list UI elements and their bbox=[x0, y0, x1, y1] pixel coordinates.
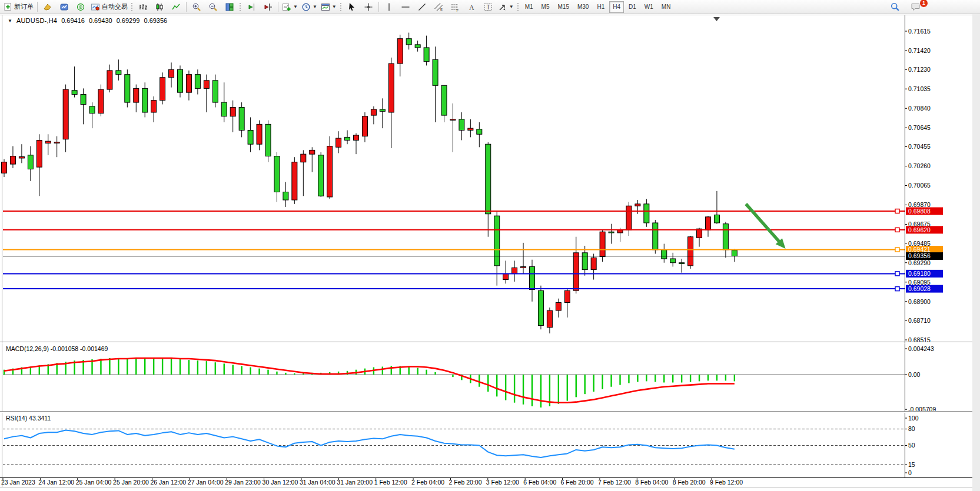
candle-body bbox=[635, 204, 640, 206]
timeframe-m15-button[interactable]: M15 bbox=[554, 1, 573, 13]
price-axis-label: 0.68710 bbox=[908, 317, 931, 324]
candle-body bbox=[450, 119, 456, 121]
notification-badge: 1 bbox=[919, 0, 928, 8]
tile-windows-button[interactable] bbox=[221, 1, 238, 14]
candle-body bbox=[63, 89, 68, 139]
fibonacci-tool-button[interactable]: F bbox=[447, 1, 463, 14]
candle-body bbox=[36, 140, 42, 167]
indicators-button[interactable]: ▼ bbox=[280, 1, 300, 14]
separator bbox=[378, 2, 379, 12]
candle-body bbox=[468, 128, 473, 130]
candle-body bbox=[670, 259, 676, 263]
line-handle[interactable] bbox=[895, 287, 899, 291]
candle-body bbox=[221, 102, 227, 116]
chart-shift-button[interactable] bbox=[260, 1, 276, 14]
macd-axis-label: -0.005709 bbox=[908, 406, 936, 413]
candlestick-mode-button[interactable] bbox=[151, 1, 168, 14]
candle-body bbox=[732, 250, 737, 256]
high-value: 0.69430 bbox=[89, 17, 112, 24]
channel-tool-button[interactable]: E bbox=[430, 1, 447, 14]
candle-body bbox=[530, 267, 535, 290]
auto-trading-label: 自动交易 bbox=[102, 2, 128, 11]
candle-body bbox=[441, 85, 447, 115]
timeframe-mn-button[interactable]: MN bbox=[658, 1, 675, 13]
arrow-tool-icon bbox=[498, 2, 507, 12]
candle-body bbox=[406, 39, 411, 45]
candle-body bbox=[591, 258, 596, 269]
candle-body bbox=[186, 75, 191, 92]
candle-body bbox=[714, 215, 719, 223]
line-handle[interactable] bbox=[895, 248, 899, 252]
timeframe-group: M1M5M15M30H1H4D1W1MN bbox=[521, 1, 675, 13]
notifications-button[interactable]: 1 bbox=[908, 1, 924, 14]
candle-body bbox=[10, 156, 15, 165]
candle-body bbox=[556, 302, 561, 310]
periods-button[interactable]: ▼ bbox=[300, 1, 319, 14]
candle-body bbox=[301, 154, 306, 162]
horizontal-line-tool-button[interactable] bbox=[397, 1, 414, 14]
separator bbox=[37, 2, 38, 12]
line-handle[interactable] bbox=[895, 272, 899, 276]
vertical-line-icon bbox=[384, 2, 394, 12]
candle-body bbox=[644, 204, 649, 223]
candle-body bbox=[380, 109, 385, 111]
candle-body bbox=[72, 91, 77, 95]
zoom-out-button[interactable] bbox=[205, 1, 221, 14]
timeframe-h4-button[interactable]: H4 bbox=[609, 1, 624, 13]
line-chart-icon bbox=[171, 2, 181, 12]
candle-body bbox=[679, 263, 685, 264]
line-handle[interactable] bbox=[895, 228, 899, 232]
cursor-tool-button[interactable] bbox=[344, 1, 360, 14]
toolbar-grip[interactable] bbox=[517, 2, 520, 12]
bar-chart-mode-button[interactable] bbox=[135, 1, 151, 14]
trendline-tool-button[interactable] bbox=[414, 1, 430, 14]
auto-trading-button[interactable]: 自动交易 bbox=[89, 1, 129, 14]
text-tool-button[interactable]: A bbox=[463, 1, 480, 14]
zoom-in-button[interactable] bbox=[188, 1, 205, 14]
toolbar-grip[interactable] bbox=[131, 2, 134, 12]
candle-body bbox=[310, 150, 315, 154]
candle-body bbox=[564, 290, 570, 302]
timeframe-m30-button[interactable]: M30 bbox=[574, 1, 592, 13]
date-axis-label: 26 Jan 12:00 bbox=[150, 479, 186, 486]
vertical-line-tool-button[interactable] bbox=[381, 1, 397, 14]
line-handle[interactable] bbox=[895, 209, 899, 213]
line-chart-mode-button[interactable] bbox=[168, 1, 184, 14]
chart-canvas[interactable]: 0.698080.696200.694210.691800.690280.693… bbox=[0, 0, 980, 491]
search-button[interactable] bbox=[886, 1, 903, 14]
timeframe-m5-button[interactable]: M5 bbox=[538, 1, 553, 13]
candle-body bbox=[54, 142, 59, 143]
timeframe-m1-button[interactable]: M1 bbox=[521, 1, 537, 13]
new-order-button[interactable]: 新订单 bbox=[2, 1, 35, 14]
candle-body bbox=[265, 124, 271, 156]
market-watch-button[interactable] bbox=[56, 1, 72, 14]
timeframe-w1-button[interactable]: W1 bbox=[641, 1, 657, 13]
candle-body bbox=[662, 250, 667, 259]
timeframe-d1-button[interactable]: D1 bbox=[625, 1, 640, 13]
label-tool-button[interactable]: T bbox=[480, 1, 496, 14]
metaeditor-button[interactable] bbox=[39, 1, 56, 14]
arrows-tool-button[interactable]: ▼ bbox=[496, 1, 516, 14]
chevron-down-icon: ▼ bbox=[313, 5, 317, 9]
zoom-out-icon bbox=[208, 2, 218, 12]
crosshair-tool-button[interactable] bbox=[360, 1, 377, 14]
trendline-icon bbox=[417, 2, 427, 12]
chart-header: ▼ AUDUSD-,H4 0.69416 0.69430 0.69299 0.6… bbox=[8, 17, 167, 24]
svg-text:T: T bbox=[486, 4, 490, 11]
new-order-label: 新订单 bbox=[14, 2, 34, 11]
toolbar-grip[interactable] bbox=[239, 2, 242, 12]
candle-body bbox=[28, 155, 33, 169]
price-line-label: 0.69808 bbox=[908, 208, 931, 215]
price-axis-label: 0.71035 bbox=[908, 85, 931, 92]
templates-button[interactable]: ▼ bbox=[319, 1, 338, 14]
broadcast-button[interactable] bbox=[72, 1, 89, 14]
new-order-icon bbox=[4, 2, 12, 11]
candle-body bbox=[477, 129, 482, 134]
date-axis-label: 1 Feb 12:00 bbox=[374, 479, 407, 486]
auto-scroll-button[interactable] bbox=[243, 1, 260, 14]
toolbar-grip[interactable] bbox=[340, 2, 343, 12]
date-axis-label: 25 Jan 20:00 bbox=[113, 479, 149, 486]
collapse-icon[interactable]: ▼ bbox=[8, 18, 12, 24]
svg-text:A: A bbox=[469, 3, 474, 11]
timeframe-h1-button[interactable]: H1 bbox=[593, 1, 608, 13]
